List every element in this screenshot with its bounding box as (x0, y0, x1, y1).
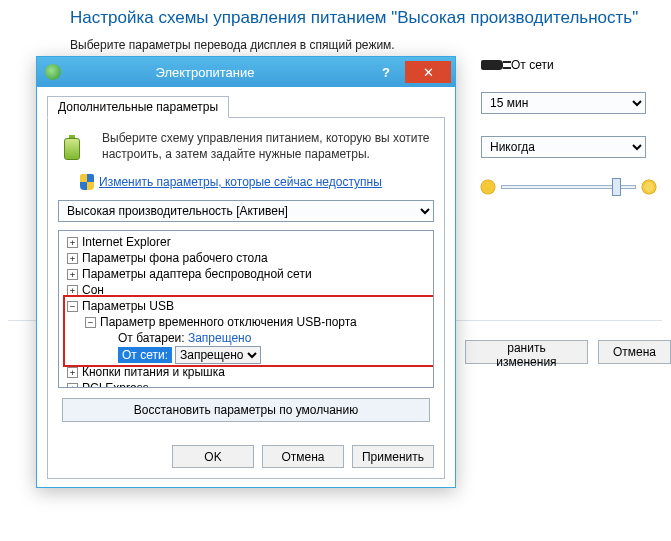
expand-icon[interactable]: + (67, 383, 78, 389)
page-subtitle: Выберите параметры перевода дисплея в сп… (70, 38, 661, 52)
collapse-icon[interactable]: − (67, 301, 78, 312)
expand-icon[interactable]: + (67, 367, 78, 378)
on-battery-value[interactable]: Запрещено (188, 330, 251, 346)
dialog-title: Электропитание (41, 65, 369, 80)
plugged-in-label: От сети: (118, 347, 172, 363)
brightness-slider-row (481, 180, 656, 194)
dialog-description: Выберите схему управления питанием, кото… (102, 130, 434, 164)
tree-node-usb[interactable]: Параметры USB (82, 298, 174, 314)
collapse-icon[interactable]: − (85, 317, 96, 328)
sleep-select[interactable]: Никогда (481, 136, 646, 158)
tree-node-usb-suspend[interactable]: Параметр временного отключения USB-порта (100, 314, 357, 330)
close-button[interactable] (405, 61, 451, 83)
expand-icon[interactable]: + (67, 237, 78, 248)
expand-icon[interactable]: + (67, 269, 78, 280)
apply-button[interactable]: Применить (352, 445, 434, 468)
save-changes-button[interactable]: ранить изменения (465, 340, 588, 364)
dialog-titlebar[interactable]: Электропитание ? (37, 57, 455, 87)
tree-node[interactable]: Параметры адаптера беспроводной сети (82, 266, 312, 282)
on-battery-label: От батареи: (118, 330, 185, 346)
tree-node[interactable]: Сон (82, 282, 104, 298)
tree-node[interactable]: PCI Express (82, 380, 149, 388)
shield-icon (80, 174, 94, 190)
tab-panel: Выберите схему управления питанием, кото… (47, 117, 445, 479)
power-source-label: От сети (511, 58, 554, 72)
sun-bright-icon (642, 180, 656, 194)
power-plan-select[interactable]: Высокая производительность [Активен] (58, 200, 434, 222)
restore-defaults-button[interactable]: Восстановить параметры по умолчанию (62, 398, 430, 422)
battery-icon (58, 130, 92, 164)
tree-node[interactable]: Параметры фона рабочего стола (82, 250, 268, 266)
tree-node[interactable]: Кнопки питания и крышка (82, 364, 225, 380)
expand-icon[interactable]: + (67, 253, 78, 264)
right-settings-panel: От сети 15 мин Никогда (481, 58, 656, 194)
change-unavailable-link[interactable]: Изменить параметры, которые сейчас недос… (99, 175, 382, 189)
page-title: Настройка схемы управления питанием "Выс… (70, 8, 661, 28)
display-off-select[interactable]: 15 мин (481, 92, 646, 114)
settings-tree[interactable]: +Internet Explorer +Параметры фона рабоч… (58, 230, 434, 388)
help-button[interactable]: ? (369, 65, 403, 80)
sun-dim-icon (481, 180, 495, 194)
brightness-thumb[interactable] (612, 178, 621, 196)
power-options-dialog: Электропитание ? Дополнительные параметр… (36, 56, 456, 488)
cancel-button[interactable]: Отмена (262, 445, 344, 468)
expand-icon[interactable]: + (67, 285, 78, 296)
tree-node[interactable]: Internet Explorer (82, 234, 171, 250)
plugged-in-value-select[interactable]: Запрещено (175, 346, 261, 364)
tab-advanced[interactable]: Дополнительные параметры (47, 96, 229, 118)
plug-icon (481, 60, 503, 70)
ok-button[interactable]: OK (172, 445, 254, 468)
bg-cancel-button[interactable]: Отмена (598, 340, 671, 364)
brightness-slider[interactable] (501, 185, 636, 189)
